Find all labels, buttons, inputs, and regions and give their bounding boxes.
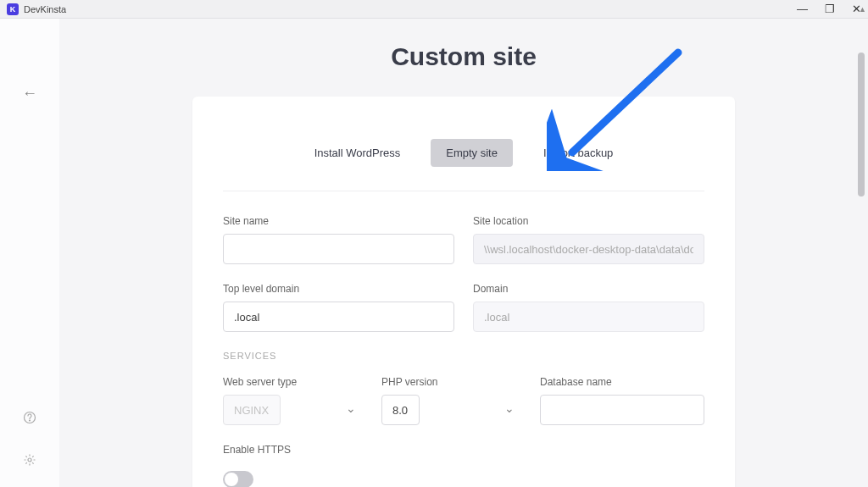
- window-minimize-icon[interactable]: —: [797, 3, 808, 14]
- app-name: DevKinsta: [24, 4, 66, 14]
- help-icon[interactable]: [23, 411, 36, 428]
- settings-icon[interactable]: [23, 453, 36, 470]
- tab-import-backup[interactable]: Import backup: [528, 139, 628, 167]
- scrollbar-thumb[interactable]: [858, 53, 865, 196]
- enable-https-label: Enable HTTPS: [223, 444, 704, 456]
- tabs: Install WordPress Empty site Import back…: [223, 139, 704, 167]
- content-area: Custom site Install WordPress Empty site…: [59, 19, 868, 487]
- domain-input: [473, 302, 704, 332]
- window-maximize-icon[interactable]: ❐: [825, 3, 835, 14]
- tld-label: Top level domain: [223, 283, 454, 295]
- php-version-select[interactable]: 8.0: [381, 395, 420, 425]
- database-name-label: Database name: [540, 376, 704, 388]
- site-location-input: [473, 234, 704, 264]
- enable-https-toggle[interactable]: [223, 471, 253, 487]
- titlebar: K DevKinsta — ❐ ✕: [0, 0, 868, 19]
- domain-label: Domain: [473, 283, 704, 295]
- sidebar: ←: [0, 19, 59, 487]
- database-name-input[interactable]: [540, 395, 704, 425]
- tab-install-wordpress[interactable]: Install WordPress: [299, 139, 416, 167]
- scroll-up-icon[interactable]: ▲: [859, 5, 866, 14]
- tld-input[interactable]: [223, 302, 454, 332]
- web-server-select: NGINX: [223, 395, 281, 425]
- svg-point-2: [28, 458, 31, 462]
- divider: [223, 191, 704, 191]
- tab-empty-site[interactable]: Empty site: [431, 139, 513, 167]
- site-name-label: Site name: [223, 215, 454, 227]
- app-icon: K: [7, 3, 19, 15]
- services-heading: Services: [223, 351, 704, 361]
- scrollbar[interactable]: ▲: [857, 19, 865, 482]
- form-card: Install WordPress Empty site Import back…: [192, 97, 735, 487]
- php-version-label: PHP version: [381, 376, 525, 388]
- site-location-label: Site location: [473, 215, 704, 227]
- web-server-label: Web server type: [223, 376, 366, 388]
- back-arrow-icon[interactable]: ←: [22, 85, 37, 102]
- site-name-input[interactable]: [223, 234, 454, 264]
- page-title: Custom site: [59, 42, 868, 71]
- svg-point-1: [30, 420, 31, 421]
